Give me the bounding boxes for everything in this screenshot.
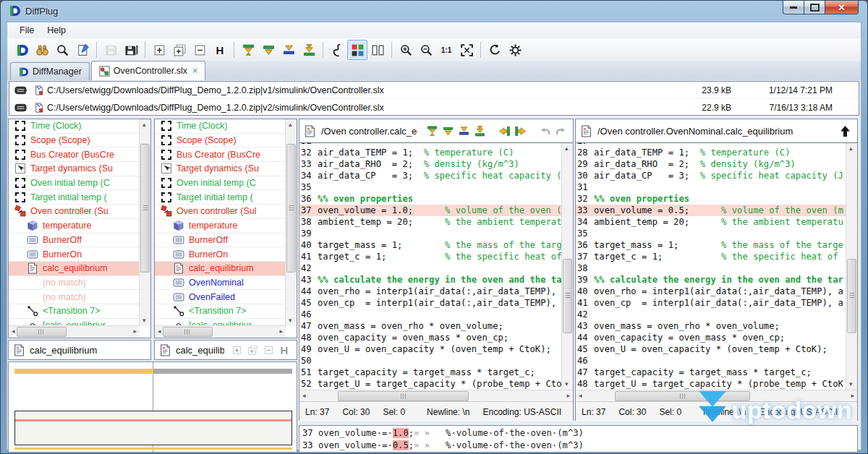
lasso-select-button[interactable] xyxy=(327,40,347,60)
vertical-scrollbar[interactable]: ▴▾ xyxy=(285,119,297,326)
tree-item-calc-equilibrium[interactable]: calc_equilibrium xyxy=(155,262,286,276)
actual-size-button[interactable]: 1:1 xyxy=(436,40,456,60)
expand-button[interactable] xyxy=(229,342,244,358)
tree-item-target-dynamics-su[interactable]: Target dynamics (Su xyxy=(9,162,140,176)
scroll-left-icon[interactable]: ◂ xyxy=(158,328,161,335)
tree-item-scope-scope[interactable]: Scope (Scope) xyxy=(155,134,286,148)
diffplug-logo-button[interactable] xyxy=(12,40,32,60)
scroll-down-icon[interactable]: ▾ xyxy=(142,317,146,324)
tree-item-scope-scope[interactable]: Scope (Scope) xyxy=(9,134,140,148)
scroll-right-icon[interactable]: ▸ xyxy=(851,393,854,399)
scroll-left-icon[interactable]: ◂ xyxy=(579,393,582,399)
copy-right-button[interactable] xyxy=(512,123,528,139)
scroll-right-icon[interactable]: ▸ xyxy=(133,328,137,335)
last-diff-button[interactable] xyxy=(472,123,488,139)
tree-item-burneroff[interactable]: BurnerOff xyxy=(9,234,140,248)
expand-button[interactable] xyxy=(149,40,169,60)
horizontal-scrollbar[interactable]: ◂▸ xyxy=(576,390,857,402)
maximize-button[interactable] xyxy=(804,1,825,14)
scroll-down-icon[interactable]: ▾ xyxy=(849,381,853,387)
menu-file[interactable]: File xyxy=(13,24,41,37)
tree-item-burneroff[interactable]: BurnerOff xyxy=(155,234,286,248)
save-button[interactable] xyxy=(101,40,121,60)
scrollbar-thumb[interactable] xyxy=(17,327,67,337)
tree-item-no-match[interactable]: (no match) xyxy=(9,276,140,291)
scroll-down-icon[interactable]: ▾ xyxy=(565,381,569,387)
scrollbar-thumb[interactable] xyxy=(563,259,572,333)
next-diff-button[interactable] xyxy=(456,123,472,139)
expand-all-button[interactable] xyxy=(169,40,190,60)
split-view-button[interactable] xyxy=(367,40,388,60)
code-editor[interactable]: 3132air_data_TEMP = 1; % temperature (C)… xyxy=(299,143,562,390)
vertical-scrollbar[interactable]: ▴▾ xyxy=(139,119,150,326)
code-editor[interactable]: 2728air_data_TEMP = 1; % temperature (C)… xyxy=(576,143,846,390)
scroll-down-icon[interactable]: ▾ xyxy=(289,317,292,324)
tree-item-calc-equilibrium[interactable]: calc_equilibrium xyxy=(9,262,140,276)
navigate-up-button[interactable] xyxy=(837,123,853,139)
tab-diffmanager[interactable]: DiffManager xyxy=(10,62,90,80)
tree-item-oven-initial-temp-c[interactable]: Oven initial temp (C xyxy=(155,176,286,191)
scrollbar-thumb[interactable] xyxy=(286,144,296,272)
collapse-button[interactable] xyxy=(260,342,276,358)
grid-view-button[interactable] xyxy=(347,40,367,60)
tree-item-temperature[interactable]: temperature xyxy=(9,219,140,234)
horizontal-scrollbar[interactable]: ◂▸ xyxy=(299,390,573,402)
scrollbar-thumb[interactable] xyxy=(615,391,750,401)
collapse-button[interactable] xyxy=(190,40,210,60)
copy-left-button[interactable] xyxy=(496,123,512,139)
scroll-up-icon[interactable]: ▴ xyxy=(289,121,292,128)
fit-view-button[interactable] xyxy=(456,40,477,60)
menu-help[interactable]: Help xyxy=(41,24,72,37)
scroll-right-icon[interactable]: ▸ xyxy=(566,393,570,399)
prev-diff-button[interactable] xyxy=(258,40,278,60)
tree-item-transition-7[interactable]: <Transition 7> xyxy=(9,304,140,319)
horizontal-scrollbar[interactable]: ◂▸ xyxy=(9,325,140,338)
tree-item-burneron[interactable]: BurnerOn xyxy=(9,247,140,262)
diff-overview-map[interactable] xyxy=(8,361,297,453)
scroll-left-icon[interactable]: ◂ xyxy=(12,328,15,335)
tree-item-oven-initial-temp-c[interactable]: Oven initial temp (C xyxy=(9,176,140,191)
tab-close-icon[interactable]: × xyxy=(192,66,197,76)
titlebar[interactable]: DiffPlug ✕ xyxy=(1,1,867,22)
tab-ovencontroller-slx[interactable]: OvenController.slx× xyxy=(91,61,205,80)
first-diff-button[interactable] xyxy=(424,123,440,139)
tree-item-oven-controller-sul[interactable]: Oven controller (Sul xyxy=(155,205,286,219)
vertical-scrollbar[interactable]: ▴▾ xyxy=(561,143,573,390)
scrollbar-thumb[interactable] xyxy=(847,259,856,333)
tree-item-ovenfailed[interactable]: OvenFailed xyxy=(155,290,286,304)
tree-item-target-initial-temp[interactable]: Target initial temp ( xyxy=(9,190,140,205)
tree-item-transition-7[interactable]: <Transition 7> xyxy=(155,304,286,319)
last-diff-button[interactable] xyxy=(299,40,319,60)
scroll-right-icon[interactable]: ▸ xyxy=(279,328,283,335)
search-button[interactable] xyxy=(52,40,72,60)
next-diff-button[interactable] xyxy=(278,40,299,60)
undo-button[interactable] xyxy=(537,123,553,139)
tree-item-oven-controller-su[interactable]: Oven controller (Su xyxy=(9,205,140,219)
zoom-out-button[interactable] xyxy=(416,40,436,60)
binoculars-button[interactable] xyxy=(32,40,52,60)
tree-list[interactable]: Time (Clock)Scope (Scope)Bus Creator (Bu… xyxy=(9,119,140,326)
tree-item-burneron[interactable]: BurnerOn xyxy=(155,247,286,262)
tree-item-target-dynamics-su[interactable]: Target dynamics (Su xyxy=(155,162,286,176)
scroll-up-icon[interactable]: ▴ xyxy=(142,121,146,128)
scrollbar-thumb[interactable] xyxy=(338,391,469,401)
overview-viewport[interactable] xyxy=(14,411,292,445)
scroll-up-icon[interactable]: ▴ xyxy=(565,145,569,152)
file-path-row[interactable]: C:/Users/etwigg/Downloads/DiffPlug_Demo_… xyxy=(9,98,859,116)
minimize-button[interactable] xyxy=(783,1,804,14)
horizontal-scrollbar[interactable]: ◂▸ xyxy=(155,325,286,338)
redo-button[interactable] xyxy=(553,123,569,139)
refresh-button[interactable] xyxy=(485,40,505,60)
scrollbar-thumb[interactable] xyxy=(163,327,213,337)
expand-all-button[interactable] xyxy=(244,342,260,358)
hide-unchanged-button[interactable]: H xyxy=(276,342,292,358)
settings-gear-button[interactable] xyxy=(505,40,525,60)
tree-item-bus-creator-buscre[interactable]: Bus Creator (BusCre xyxy=(9,147,140,162)
scroll-up-icon[interactable]: ▴ xyxy=(849,145,853,152)
tree-item-ovennominal[interactable]: OvenNominal xyxy=(155,276,286,291)
tree-item-target-initial-temp[interactable]: Target initial temp ( xyxy=(155,190,286,205)
tree-item-bus-creator-buscre[interactable]: Bus Creator (BusCre xyxy=(155,147,286,162)
tree-item-temperature[interactable]: temperature xyxy=(155,219,286,234)
tree-item-time-clock[interactable]: Time (Clock) xyxy=(155,119,286,134)
scrollbar-thumb[interactable] xyxy=(140,144,150,272)
